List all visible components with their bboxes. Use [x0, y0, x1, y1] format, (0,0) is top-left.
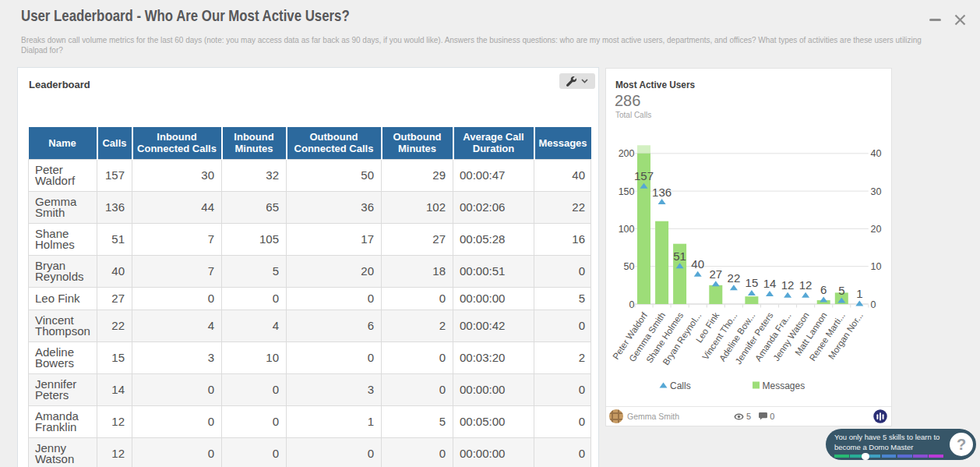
svg-text:5: 5	[838, 284, 844, 297]
svg-text:150: 150	[619, 186, 635, 197]
svg-text:40: 40	[871, 148, 882, 159]
svg-text:0: 0	[871, 299, 876, 310]
svg-text:50: 50	[624, 261, 635, 272]
svg-text:27: 27	[709, 267, 722, 281]
svg-text:Calls: Calls	[670, 380, 691, 391]
svg-text:51: 51	[673, 249, 686, 263]
svg-text:22: 22	[728, 271, 741, 285]
svg-text:40: 40	[691, 257, 704, 271]
svg-text:136: 136	[652, 186, 672, 199]
svg-text:0: 0	[629, 299, 635, 310]
svg-text:20: 20	[871, 224, 882, 235]
svg-text:30: 30	[871, 186, 882, 197]
svg-text:157: 157	[634, 169, 654, 182]
svg-text:6: 6	[820, 283, 827, 296]
svg-text:12: 12	[781, 278, 795, 292]
svg-text:12: 12	[799, 278, 813, 292]
svg-text:15: 15	[746, 276, 759, 289]
svg-text:Messages: Messages	[763, 380, 806, 391]
svg-text:200: 200	[619, 148, 635, 159]
svg-text:1: 1	[856, 287, 862, 300]
svg-text:100: 100	[619, 224, 635, 235]
svg-text:14: 14	[763, 277, 777, 290]
svg-text:10: 10	[871, 261, 882, 272]
